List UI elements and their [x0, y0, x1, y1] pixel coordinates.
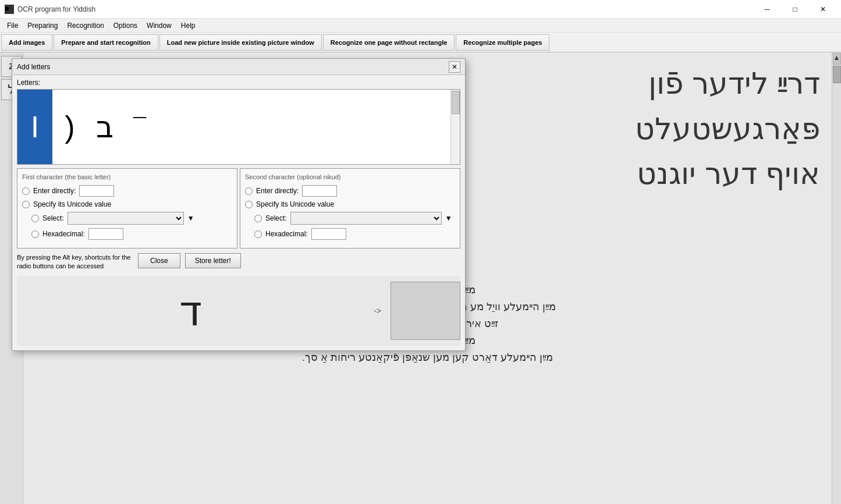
title-bar: ■ OCR program for Yiddish ─ □ ✕: [0, 0, 841, 19]
second-char-select-radio[interactable]: [254, 215, 262, 222]
close-button[interactable]: Close: [138, 253, 180, 268]
menu-window[interactable]: Window: [142, 20, 176, 31]
second-char-box: Second character (optional nikud) Enter …: [240, 168, 460, 249]
preview-area: ד ->: [17, 276, 460, 346]
dialog-bottom: By pressing the Alt key, shortcuts for t…: [12, 253, 465, 276]
first-char-select-row: Select: ▼: [22, 212, 232, 225]
menu-options[interactable]: Options: [109, 20, 142, 31]
second-char-select-row: Select: ▼: [245, 212, 455, 225]
letter-item-3[interactable]: ¯: [122, 90, 157, 164]
app-title: OCR program for Yiddish: [17, 5, 95, 13]
second-char-enter-directly-row: Enter directly:: [245, 185, 455, 197]
dialog-titlebar: Add letters ✕: [12, 59, 465, 75]
dialog-close-x-button[interactable]: ✕: [449, 61, 460, 73]
first-char-select-arrow: ▼: [187, 214, 194, 222]
second-char-hex-row: Hexadecimal:: [245, 228, 455, 240]
dialog-title: Add letters: [17, 63, 50, 71]
second-char-title: Second character (optional nikud): [245, 173, 455, 180]
first-char-unicode-radio[interactable]: [22, 201, 30, 208]
first-char-hex-row: Hexadecimal:: [22, 228, 232, 240]
second-char-hex-radio[interactable]: [254, 230, 262, 238]
app-icon: ■: [5, 5, 14, 14]
letters-scrollbar-thumb[interactable]: [452, 91, 460, 114]
second-char-unicode-row: Specify its Unicode value: [245, 200, 455, 208]
menu-help[interactable]: Help: [176, 20, 200, 31]
second-char-unicode-radio[interactable]: [245, 201, 253, 208]
second-char-select-dropdown[interactable]: [290, 212, 442, 225]
letter-item-0[interactable]: I: [17, 90, 52, 164]
first-char-hex-input[interactable]: [88, 228, 123, 240]
letters-section: Letters: I ) ב ¯: [12, 75, 465, 168]
store-letter-button[interactable]: Store letter!: [185, 253, 241, 268]
dialog-overlay: Add letters ✕ Letters: I ) ב ¯: [0, 52, 841, 504]
add-images-button[interactable]: Add images: [1, 34, 52, 51]
hint-text: By pressing the Alt key, shortcuts for t…: [17, 253, 133, 271]
menu-file[interactable]: File: [2, 20, 23, 31]
first-char-title: First character (the basic letter): [22, 173, 232, 180]
second-char-select-arrow: ▼: [445, 214, 452, 222]
second-char-direct-radio[interactable]: [245, 187, 253, 195]
two-col-section: First character (the basic letter) Enter…: [12, 168, 465, 253]
letters-label: Letters:: [17, 79, 460, 87]
window-close-button[interactable]: ✕: [810, 0, 836, 19]
second-char-hex-label: Hexadecimal:: [265, 230, 308, 238]
title-bar-controls: ─ □ ✕: [754, 0, 836, 19]
first-char-hex-label: Hexadecimal:: [42, 230, 85, 238]
first-char-direct-input[interactable]: [79, 185, 114, 197]
first-char-select-dropdown[interactable]: [68, 212, 184, 225]
title-bar-left: ■ OCR program for Yiddish: [5, 5, 95, 14]
first-char-unicode-label: Specify its Unicode value: [33, 200, 111, 208]
recognize-multiple-pages-button[interactable]: Recognize multiple pages: [456, 34, 549, 51]
second-char-select-label: Select:: [265, 214, 287, 222]
second-char-unicode-label: Specify its Unicode value: [256, 200, 334, 208]
menu-preparing[interactable]: Preparing: [23, 20, 62, 31]
second-char-direct-input[interactable]: [302, 185, 337, 197]
toolbar: Add images Prepare and start recognition…: [0, 33, 841, 52]
minimize-button[interactable]: ─: [754, 0, 780, 19]
first-char-select-label: Select:: [42, 214, 64, 222]
prepare-recognition-button[interactable]: Prepare and start recognition: [54, 34, 158, 51]
second-char-hex-input[interactable]: [311, 228, 346, 240]
first-char-unicode-row: Specify its Unicode value: [22, 200, 232, 208]
recognize-one-page-button[interactable]: Recognize one page without rectangle: [323, 34, 455, 51]
first-char-direct-radio[interactable]: [22, 187, 30, 195]
letter-item-2[interactable]: ב: [87, 90, 122, 164]
letters-box: I ) ב ¯: [17, 89, 460, 165]
load-picture-button[interactable]: Load new picture inside existing picture…: [159, 34, 322, 51]
letters-scrollbar[interactable]: [450, 90, 460, 164]
first-char-direct-label: Enter directly:: [33, 187, 76, 195]
second-char-direct-label: Enter directly:: [256, 187, 299, 195]
main-area: Z ל Add letters ✕ Letters: I ) ב ¯: [0, 52, 841, 504]
first-char-select-radio[interactable]: [31, 215, 39, 222]
preview-letter: ד: [179, 286, 202, 335]
first-char-box: First character (the basic letter) Enter…: [17, 168, 237, 249]
maximize-button[interactable]: □: [782, 0, 808, 19]
letter-item-1[interactable]: ): [52, 90, 87, 164]
menu-bar: File Preparing Recognition Options Windo…: [0, 19, 841, 33]
preview-right-box: [391, 282, 460, 340]
first-char-hex-radio[interactable]: [31, 230, 39, 238]
first-char-enter-directly-row: Enter directly:: [22, 185, 232, 197]
add-letters-dialog: Add letters ✕ Letters: I ) ב ¯: [12, 58, 466, 351]
arrow-label: ->: [374, 306, 381, 315]
menu-recognition[interactable]: Recognition: [62, 20, 108, 31]
